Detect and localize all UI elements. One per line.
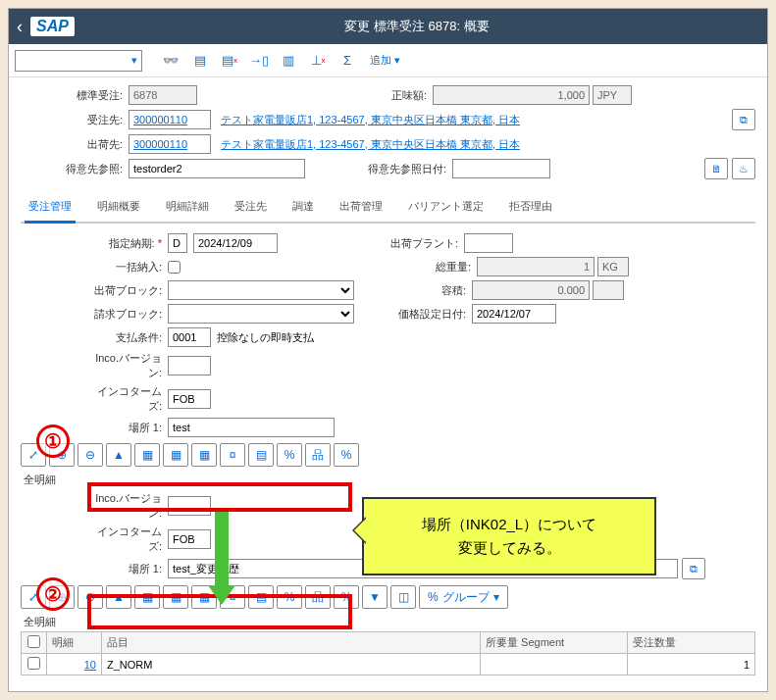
- chevron-down-icon: ▾: [394, 54, 400, 67]
- calendar-icon[interactable]: ▦: [191, 443, 217, 467]
- tab-reject[interactable]: 拒否理由: [505, 193, 556, 222]
- billblk-select[interactable]: [168, 304, 354, 324]
- add-menu[interactable]: 追加▾: [364, 53, 406, 68]
- col-material[interactable]: 品目: [102, 632, 481, 654]
- batch-icon-2[interactable]: ▤: [248, 585, 274, 609]
- custrefdate-field[interactable]: [452, 159, 550, 178]
- org-icon-2[interactable]: 品: [305, 585, 331, 609]
- document-icon[interactable]: ▤: [187, 49, 213, 73]
- incov-field-2[interactable]: [168, 496, 211, 516]
- select-all-checkbox[interactable]: [27, 635, 40, 648]
- down-icon[interactable]: ▼: [362, 585, 388, 609]
- soldto-label: 受注先:: [21, 113, 129, 127]
- shipto-field[interactable]: [129, 134, 211, 154]
- header-stamp-icon[interactable]: ♨: [732, 158, 755, 179]
- layout-combo[interactable]: ▾: [15, 50, 142, 72]
- chevron-down-icon: ▾: [131, 54, 137, 67]
- tab-procure[interactable]: 調達: [288, 193, 318, 222]
- tab-ship-mgmt[interactable]: 出荷管理: [336, 193, 387, 222]
- tab-item-overview[interactable]: 明細概要: [93, 193, 144, 222]
- gweight-field: [477, 257, 595, 276]
- qty-cell[interactable]: 1: [628, 654, 755, 675]
- loc1-field-a[interactable]: [168, 418, 335, 437]
- material-cell[interactable]: Z_NORM: [102, 654, 481, 675]
- incoterms-field-2[interactable]: [168, 529, 211, 549]
- chart-icon[interactable]: ◫: [390, 585, 416, 609]
- nav-up-icon[interactable]: ▲: [106, 443, 131, 467]
- order-label: 標準受注:: [21, 88, 129, 103]
- reqdate-type-field[interactable]: [168, 233, 187, 253]
- batch-icon[interactable]: ▤: [248, 443, 274, 467]
- incoterms-label-2: インコタームズ:: [89, 525, 168, 554]
- org-icon[interactable]: 品: [305, 443, 331, 467]
- item-toolbar-1: ⤢ ⊕ ⊖ ▲ ▦ ▦ ▦ ¤ ▤ % 品 %: [21, 443, 755, 467]
- content-area: 標準受注: 正味額: 受注先: テスト家電量販店1, 123-4567, 東京中…: [9, 77, 767, 691]
- plant-label: 出荷プラント:: [386, 236, 464, 251]
- annotation-callout: 場所（INK02_L）について 変更してみる。: [362, 497, 656, 575]
- link2-icon[interactable]: %: [334, 443, 359, 467]
- list-icon[interactable]: ▥: [276, 49, 301, 73]
- copy-icon[interactable]: ⧉: [732, 109, 755, 130]
- col-qty[interactable]: 受注数量: [628, 632, 755, 654]
- grid-icon-2[interactable]: ▦: [134, 585, 160, 609]
- display-icon[interactable]: 👓: [158, 49, 183, 73]
- sigma-icon[interactable]: Σ: [335, 49, 360, 73]
- prcdate-label: 価格設定日付:: [393, 307, 472, 322]
- import-icon[interactable]: →▯: [246, 49, 272, 73]
- tab-order-mgmt[interactable]: 受注管理: [25, 193, 76, 222]
- annotation-arrow-stem: [215, 512, 229, 588]
- incoterms-field[interactable]: [168, 389, 211, 409]
- table-row[interactable]: 10 Z_NORM 1: [22, 654, 755, 675]
- line-link[interactable]: 10: [84, 659, 96, 671]
- dlvblk-select[interactable]: [168, 280, 354, 300]
- select-all-header[interactable]: [22, 632, 47, 654]
- del-row-icon-2[interactable]: ⊖: [78, 585, 103, 609]
- nav-up-icon-2[interactable]: ▲: [106, 585, 131, 609]
- grid2-icon-2[interactable]: ▦: [163, 585, 188, 609]
- soldto-field[interactable]: [129, 110, 211, 129]
- group-button[interactable]: %グループ▾: [419, 585, 508, 609]
- delete-doc-icon[interactable]: ▤x: [217, 49, 242, 73]
- compdlv-label: 一括納入:: [89, 260, 168, 275]
- custref-field[interactable]: [129, 159, 305, 178]
- shipto-link[interactable]: テスト家電量販店1, 123-4567, 東京中央区日本橋 東京都, 日本: [221, 137, 520, 152]
- row-checkbox[interactable]: [27, 657, 40, 670]
- plant-field[interactable]: [464, 233, 513, 253]
- link-icon-2[interactable]: %: [277, 585, 302, 609]
- allitems-label-2: 全明細: [24, 615, 755, 629]
- netval-label: 正味額:: [374, 88, 433, 103]
- payterm-field[interactable]: [168, 327, 211, 347]
- tab-item-detail[interactable]: 明細詳細: [162, 193, 213, 222]
- grid-icon[interactable]: ▦: [134, 443, 160, 467]
- header-doc-icon[interactable]: 🗎: [704, 158, 728, 179]
- grid2-icon[interactable]: ▦: [163, 443, 188, 467]
- segment-cell[interactable]: [481, 654, 628, 675]
- tab-variant[interactable]: バリアント選定: [404, 193, 488, 222]
- allitems-label-1: 全明細: [24, 473, 755, 487]
- prcdate-field[interactable]: [472, 304, 556, 324]
- link2-icon-2[interactable]: %: [334, 585, 359, 609]
- col-line[interactable]: 明細: [47, 632, 102, 654]
- soldto-link[interactable]: テスト家電量販店1, 123-4567, 東京中央区日本橋 東京都, 日本: [221, 113, 520, 127]
- vol-field: [472, 280, 590, 300]
- netval-field: [433, 85, 590, 105]
- dlvblk-label: 出荷ブロック:: [89, 283, 168, 298]
- back-icon[interactable]: ‹: [17, 17, 23, 37]
- value-help-icon[interactable]: ⧉: [682, 558, 705, 579]
- link-icon[interactable]: %: [277, 443, 302, 467]
- loc1-label-a: 場所 1:: [89, 421, 168, 435]
- order-mgmt-panel: 指定納期: 出荷プラント: 一括納入: 総重量:: [21, 224, 755, 679]
- tab-soldto[interactable]: 受注先: [231, 193, 271, 222]
- compdlv-checkbox[interactable]: [168, 261, 181, 274]
- billblk-label: 請求ブロック:: [89, 307, 168, 322]
- titlebar: ‹ SAP 変更 標準受注 6878: 概要: [9, 9, 767, 44]
- items-table: 明細 品目 所要量 Segment 受注数量 10 Z_NORM 1: [21, 631, 755, 675]
- money-icon[interactable]: ¤: [220, 443, 245, 467]
- reqdate-field[interactable]: [193, 233, 278, 253]
- user-cancel-icon[interactable]: ⊥x: [305, 49, 331, 73]
- col-segment[interactable]: 所要量 Segment: [481, 632, 628, 654]
- callout-line2: 変更してみる。: [382, 536, 637, 560]
- tabstrip: 受注管理 明細概要 明細詳細 受注先 調達 出荷管理 バリアント選定 拒否理由: [21, 193, 755, 224]
- incov-field[interactable]: [168, 356, 211, 375]
- del-row-icon[interactable]: ⊖: [78, 443, 103, 467]
